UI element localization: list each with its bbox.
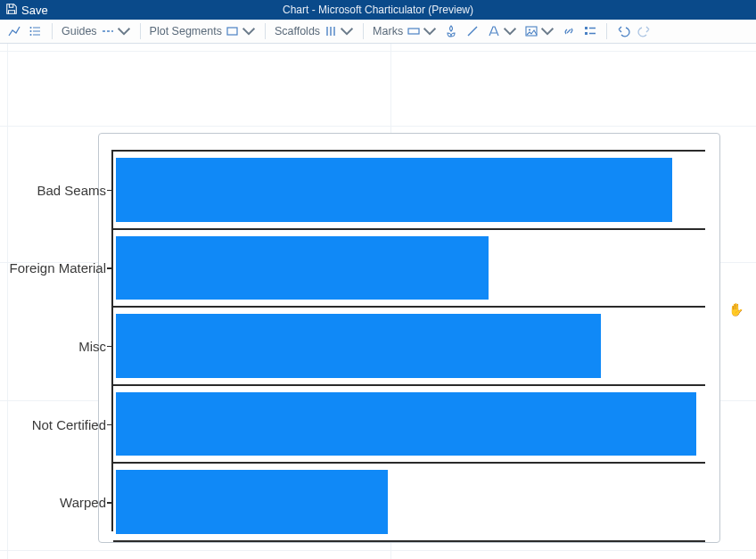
rectangle-icon	[226, 24, 240, 38]
tool-link[interactable]	[558, 21, 579, 41]
category-label: Misc	[78, 338, 106, 353]
chevron-down-icon	[503, 24, 517, 38]
bar[interactable]	[116, 158, 672, 222]
svg-point-1	[30, 30, 32, 32]
save-button[interactable]: Save	[0, 0, 53, 20]
tool-list[interactable]	[25, 21, 46, 41]
chevron-down-icon	[340, 24, 354, 38]
save-icon	[5, 3, 21, 18]
category-label: Bad Seams	[37, 182, 106, 197]
svg-rect-4	[408, 29, 419, 34]
bar[interactable]	[116, 392, 696, 456]
category-label: Not Certified	[32, 416, 106, 432]
scaffolds-label: Scaffolds	[275, 25, 320, 37]
svg-point-2	[30, 34, 32, 36]
chart-row: Misc	[113, 306, 705, 384]
bar[interactable]	[116, 314, 601, 378]
svg-rect-3	[227, 28, 237, 35]
toolbar: Guides Plot Segments Scaffolds Marks	[0, 20, 756, 44]
columns-icon	[324, 24, 338, 38]
chevron-down-icon	[540, 24, 555, 38]
guides-label: Guides	[62, 25, 97, 37]
chart-row: Warped	[113, 462, 705, 542]
canvas[interactable]: ✋ Bad SeamsForeign MaterialMiscNot Certi…	[0, 44, 756, 559]
scaffolds-dropdown[interactable]: Scaffolds	[271, 21, 357, 41]
chevron-down-icon	[242, 24, 256, 38]
category-label: Warped	[60, 495, 106, 510]
rect-mark-icon	[407, 24, 421, 38]
chart-plot[interactable]: Bad SeamsForeign MaterialMiscNot Certifi…	[111, 150, 705, 531]
guides-dropdown[interactable]: Guides	[58, 21, 135, 41]
svg-rect-8	[585, 32, 588, 35]
bar[interactable]	[116, 470, 388, 534]
chart-row: Bad Seams	[113, 150, 705, 228]
guides-glyph-icon	[101, 24, 115, 38]
svg-point-0	[30, 27, 32, 29]
svg-rect-7	[585, 27, 588, 29]
app-title: Chart - Microsoft Charticulator (Preview…	[283, 4, 473, 16]
marks-dropdown[interactable]: Marks	[369, 21, 440, 41]
tool-diagonal[interactable]	[462, 21, 483, 41]
redo-button[interactable]	[634, 21, 655, 41]
tool-legend[interactable]	[579, 21, 601, 41]
chart-frame[interactable]: Bad SeamsForeign MaterialMiscNot Certifi…	[98, 133, 720, 543]
plot-segments-dropdown[interactable]: Plot Segments	[146, 21, 259, 41]
grab-cursor-icon: ✋	[728, 302, 744, 316]
chevron-down-icon	[423, 24, 437, 38]
chevron-down-icon	[117, 24, 131, 38]
tool-text[interactable]	[483, 21, 521, 41]
svg-point-6	[529, 29, 530, 30]
bar[interactable]	[116, 236, 489, 300]
tool-image[interactable]	[521, 21, 558, 41]
title-bar: Save Chart - Microsoft Charticulator (Pr…	[0, 0, 756, 20]
save-label: Save	[21, 4, 48, 17]
tool-line[interactable]	[4, 21, 25, 41]
category-label: Foreign Material	[10, 260, 106, 275]
undo-button[interactable]	[612, 21, 634, 41]
marks-label: Marks	[373, 25, 403, 37]
chart-row: Foreign Material	[113, 228, 705, 307]
chart-row: Not Certified	[113, 384, 705, 463]
plot-segments-label: Plot Segments	[150, 25, 222, 37]
tool-symbol[interactable]	[440, 21, 462, 41]
